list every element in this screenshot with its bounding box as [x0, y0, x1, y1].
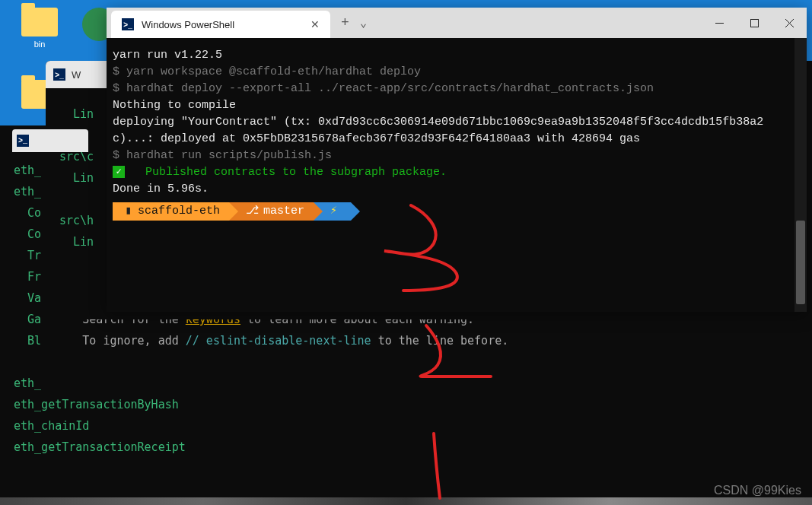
- prompt-dir-label: scaffold-eth: [138, 203, 220, 220]
- scrollbar-thumb[interactable]: [796, 221, 805, 304]
- close-button[interactable]: [772, 8, 807, 38]
- shell-prompt: ▮scaffold-eth ⎇master ⚡: [113, 202, 801, 221]
- active-tab[interactable]: >_ Windows PowerShell ✕: [111, 11, 330, 38]
- output-line: $ hardhat run scripts/publish.js: [113, 149, 332, 162]
- tab-actions: + ⌄: [330, 8, 377, 38]
- tab-close-button[interactable]: ✕: [310, 18, 320, 30]
- minimize-button[interactable]: [702, 8, 737, 38]
- output-line: Done in 5.96s.: [113, 183, 209, 195]
- prompt-branch-label: master: [263, 203, 304, 220]
- folder-icon: ▮: [125, 203, 132, 220]
- maximize-button[interactable]: [737, 8, 772, 38]
- output-line: $ yarn workspace @scaffold-eth/hardhat d…: [113, 65, 421, 78]
- watermark: CSDN @99Kies: [714, 484, 801, 497]
- tab-label: W: [72, 69, 81, 81]
- output-line: $ hardhat deploy --export-all ../react-a…: [113, 82, 654, 95]
- tab-dropdown-button[interactable]: ⌄: [360, 16, 367, 30]
- branch-icon: ⎇: [246, 203, 259, 220]
- window-titlebar[interactable]: >_ Windows PowerShell ✕ + ⌄: [107, 8, 807, 38]
- powershell-window: >_ Windows PowerShell ✕ + ⌄ yarn run v1.…: [107, 8, 807, 312]
- terminal-body[interactable]: yarn run v1.22.5 $ yarn workspace @scaff…: [107, 38, 807, 312]
- desktop-icon-label: bin: [17, 40, 62, 49]
- svg-rect-1: [750, 19, 758, 27]
- output-line: Nothing to compile: [113, 99, 236, 112]
- new-tab-button[interactable]: +: [341, 15, 349, 30]
- powershell-icon: >_: [122, 18, 134, 30]
- tab-strip: >_ Windows PowerShell ✕ + ⌄: [107, 8, 377, 38]
- taskbar[interactable]: [0, 497, 812, 505]
- checkmark-icon: ✓: [113, 166, 125, 178]
- desktop-folder-bin[interactable]: bin: [17, 8, 62, 49]
- tab-title: Windows PowerShell: [142, 19, 234, 30]
- output-line: yarn run v1.22.5: [113, 49, 222, 62]
- powershell-icon: >_: [53, 68, 65, 81]
- prompt-segment-dir: ▮scaffold-eth: [113, 202, 229, 221]
- background-terminal-1-tab[interactable]: >_: [12, 129, 88, 152]
- window-controls: [702, 8, 807, 38]
- output-line: deploying "YourContract" (tx: 0xd7d93cc6…: [113, 116, 763, 145]
- lightning-icon: ⚡: [330, 203, 337, 220]
- output-line: Published contracts to the subgraph pack…: [125, 166, 447, 179]
- prompt-segment-branch: ⎇master: [229, 202, 314, 221]
- powershell-icon: >_: [17, 135, 29, 147]
- folder-icon: [21, 8, 58, 37]
- scrollbar-track[interactable]: [794, 38, 807, 312]
